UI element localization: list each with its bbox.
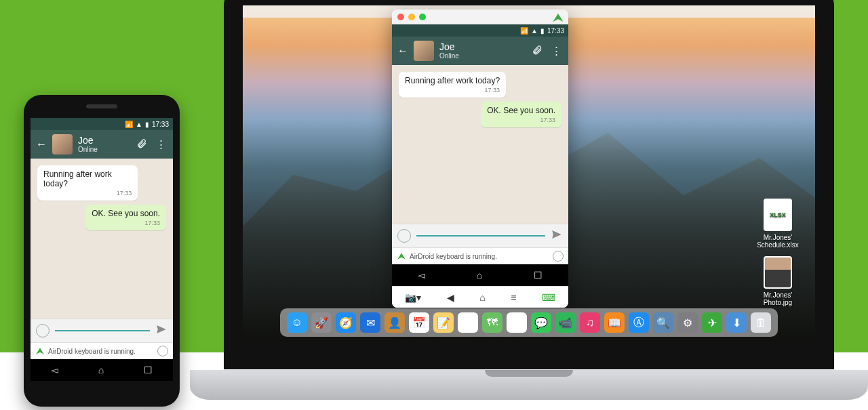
itunes-icon[interactable]: ♫ (580, 312, 600, 333)
nav-back-icon[interactable]: ◅ (418, 270, 425, 281)
reminders-icon[interactable]: ☑ (458, 312, 478, 333)
battery-icon: ▮ (145, 121, 149, 128)
systemprefs-icon[interactable]: ⚙ (677, 312, 698, 333)
bubble-text: Running after work today? (43, 169, 132, 188)
minimize-icon[interactable] (408, 14, 415, 20)
desktop-file-xlsx[interactable]: XLSX Mr.Jones' Schedule.xlsx (754, 199, 802, 249)
notes-icon[interactable]: 📝 (433, 312, 454, 333)
chat-header: ← Joe Online ⋮ (392, 37, 568, 65)
back-icon[interactable]: ← (397, 45, 408, 57)
battery-icon: ▮ (540, 27, 545, 35)
menu-icon[interactable]: ⋮ (154, 138, 167, 150)
android-nav-bar: ◅ ⌂ ☐ (392, 264, 568, 286)
android-phone-device: 📶 ▲ ▮ 17:33 ← Joe Online ⋮ Running after… (24, 95, 180, 407)
messages-icon[interactable]: 💬 (531, 312, 551, 333)
window-titlebar[interactable] (392, 9, 568, 24)
finder-icon[interactable]: ☺ (287, 312, 307, 333)
contact-status: Online (78, 146, 130, 153)
bubble-time: 17:33 (487, 117, 555, 123)
chat-input-bar[interactable] (31, 319, 173, 342)
send-icon[interactable] (155, 323, 167, 338)
macbook-notch (485, 370, 573, 377)
menu-icon[interactable]: ⋮ (549, 45, 563, 57)
back-icon[interactable]: ← (36, 138, 47, 150)
launchpad-icon[interactable]: 🚀 (311, 312, 332, 333)
mac-dock[interactable]: ☺🚀🧭✉👤📅📝☑🗺✿💬📹♫📖Ⓐ🔍⚙✈⬇🗑 (280, 308, 778, 337)
contact-name: Joe (78, 136, 130, 146)
status-time: 17:33 (547, 27, 564, 35)
keyboard-banner: AirDroid keyboard is running. (392, 247, 568, 264)
close-icon[interactable] (397, 14, 404, 20)
message-input[interactable] (416, 235, 545, 237)
status-time: 17:33 (152, 121, 169, 128)
wifi-icon: 📶 (520, 27, 528, 35)
photo-thumbnail-icon (764, 256, 792, 289)
avatar[interactable] (414, 41, 434, 61)
contact-info[interactable]: Joe Online (78, 136, 130, 153)
tb-menu-icon[interactable]: ≡ (511, 292, 516, 303)
file-label: Mr.Jones' Schedule.xlsx (754, 234, 802, 249)
chat-bubble-outgoing: Running after work today? 17:33 (399, 72, 506, 98)
android-status-bar: 📶 ▲ ▮ 17:33 (392, 24, 568, 37)
macbook-device: XLSX Mr.Jones' Schedule.xlsx Mr.Jones' P… (190, 0, 868, 407)
mic-icon[interactable] (553, 251, 564, 262)
downloads-icon[interactable]: ⬇ (726, 312, 747, 333)
appstore-icon[interactable]: Ⓐ (629, 312, 649, 333)
send-icon[interactable] (551, 228, 563, 243)
contact-status: Online (439, 52, 525, 60)
camera-icon[interactable]: 📷▾ (405, 292, 421, 303)
maps-icon[interactable]: 🗺 (482, 312, 502, 333)
airdroid-logo-icon (552, 12, 564, 26)
emoji-icon[interactable] (397, 229, 411, 243)
mic-icon[interactable] (157, 346, 168, 356)
nav-recent-icon[interactable]: ☐ (144, 365, 153, 375)
ibooks-icon[interactable]: 📖 (604, 312, 625, 333)
file-label: Mr.Jones' Photo.jpg (754, 291, 802, 306)
phone-screen: 📶 ▲ ▮ 17:33 ← Joe Online ⋮ Running after… (31, 118, 173, 381)
keyboard-banner-text: AirDroid keyboard is running. (410, 253, 497, 260)
zoom-icon[interactable] (419, 14, 426, 20)
chat-input-bar[interactable] (392, 224, 568, 247)
nav-home-icon[interactable]: ⌂ (477, 270, 482, 281)
calendar-icon[interactable]: 📅 (409, 312, 429, 333)
attach-icon[interactable] (530, 45, 544, 58)
nav-recent-icon[interactable]: ☐ (534, 270, 542, 281)
airdroid-toolbar: 📷▾ ◀ ⌂ ≡ ⌨ (392, 286, 568, 308)
bubble-text: OK. See you soon. (487, 106, 555, 115)
airdroid-window[interactable]: 📶 ▲ ▮ 17:33 ← Joe Online ⋮ (392, 9, 568, 308)
photos-icon[interactable]: ✿ (507, 312, 527, 333)
bubble-time: 17:33 (92, 220, 160, 226)
keyboard-banner-text: AirDroid keyboard is running. (48, 348, 136, 355)
wifi-icon: 📶 (125, 121, 133, 128)
android-nav-bar: ◅ ⌂ ☐ (31, 359, 173, 381)
tb-home-icon[interactable]: ⌂ (479, 292, 485, 303)
phone-speaker (86, 104, 117, 108)
avatar[interactable] (52, 134, 73, 155)
chat-body[interactable]: Running after work today? 17:33 OK. See … (31, 159, 173, 319)
keyboard-toggle-icon[interactable]: ⌨ (542, 292, 555, 303)
bubble-text: OK. See you soon. (92, 209, 160, 218)
macbook-base (190, 370, 868, 400)
preview-icon[interactable]: 🔍 (653, 312, 673, 333)
trash-icon[interactable]: 🗑 (751, 312, 771, 333)
nav-home-icon[interactable]: ⌂ (98, 365, 104, 375)
chat-bubble-outgoing: Running after work today? 17:33 (37, 165, 138, 201)
airdroid-icon[interactable]: ✈ (702, 312, 722, 333)
desktop-file-photo[interactable]: Mr.Jones' Photo.jpg (754, 256, 802, 306)
nav-back-icon[interactable]: ◅ (51, 365, 58, 375)
bubble-text: Running after work today? (405, 76, 500, 85)
mail-icon[interactable]: ✉ (360, 312, 380, 333)
chat-bubble-incoming: OK. See you soon. 17:33 (481, 102, 561, 127)
contact-info[interactable]: Joe Online (439, 42, 525, 60)
keyboard-banner: AirDroid keyboard is running. (31, 342, 173, 359)
tb-back-icon[interactable]: ◀ (447, 292, 454, 303)
attach-icon[interactable] (135, 138, 149, 151)
emoji-icon[interactable] (36, 324, 50, 337)
file-icon: XLSX (764, 199, 792, 231)
safari-icon[interactable]: 🧭 (336, 312, 356, 333)
message-input[interactable] (55, 330, 150, 331)
chat-body[interactable]: Running after work today? 17:33 OK. See … (392, 65, 568, 224)
android-status-bar: 📶 ▲ ▮ 17:33 (31, 118, 173, 130)
facetime-icon[interactable]: 📹 (555, 312, 576, 333)
contacts-icon[interactable]: 👤 (384, 312, 405, 333)
